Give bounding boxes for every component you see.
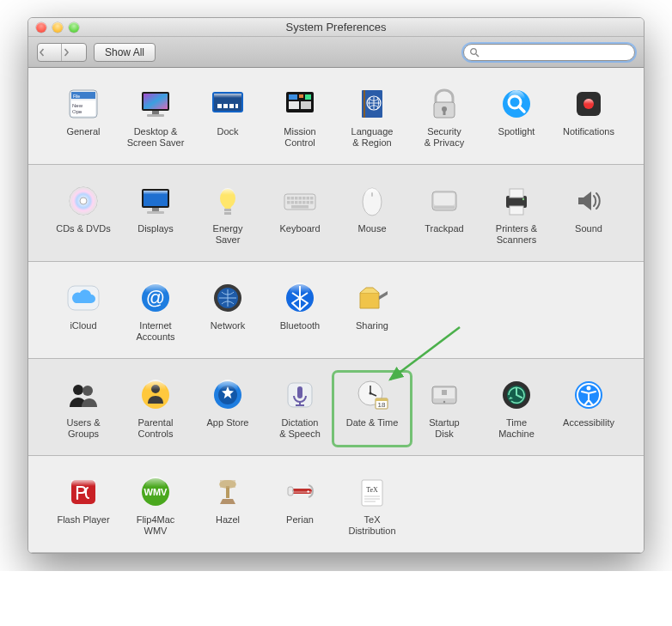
search-input[interactable]	[463, 44, 635, 61]
pref-language-region[interactable]: Language & Region	[336, 83, 408, 152]
svg-rect-74	[510, 206, 523, 215]
pref-label: Accessibility	[553, 417, 625, 428]
pref-internet-accounts[interactable]: @Internet Accounts	[119, 277, 192, 346]
svg-rect-26	[363, 90, 365, 118]
pref-icloud[interactable]: iCloud	[47, 277, 119, 346]
pref-notifications[interactable]: Notifications	[553, 83, 625, 152]
section-row: Flash PlayerWMVFlip4Mac WMVHazel✚PerianT…	[28, 456, 644, 553]
pref-label: Notifications	[553, 126, 625, 137]
pref-parental-controls[interactable]: Parental Controls	[119, 374, 192, 443]
svg-rect-70	[434, 193, 455, 205]
svg-rect-49	[224, 212, 231, 215]
pref-tex-distribution[interactable]: TeXTeX Distribution	[336, 471, 408, 540]
pref-app-store[interactable]: App Store	[192, 374, 264, 443]
pref-trackpad[interactable]: Trackpad	[408, 180, 480, 249]
pref-label: Flash Player	[47, 514, 119, 526]
pref-flash-player[interactable]: Flash Player	[47, 471, 119, 540]
perian-icon: ✚	[281, 473, 319, 511]
svg-rect-21	[299, 94, 303, 98]
pref-label: TeX Distribution	[336, 514, 408, 537]
pref-bluetooth[interactable]: Bluetooth	[264, 277, 336, 346]
users-icon	[64, 376, 102, 414]
svg-rect-68	[371, 192, 373, 197]
pref-cds-dvds[interactable]: CDs & DVDs	[47, 180, 119, 249]
pref-general[interactable]: FileNewOpeGeneral	[47, 83, 119, 152]
pref-grid: iCloud@Internet AccountsNetworkBluetooth…	[47, 277, 625, 346]
svg-point-88	[145, 380, 166, 400]
pref-date-time[interactable]: 18Date & Time	[336, 374, 408, 443]
svg-rect-118	[226, 486, 229, 498]
pref-dictation-speech[interactable]: Dictation & Speech	[264, 374, 336, 443]
show-all-button[interactable]: Show All	[94, 43, 156, 62]
pref-flip4mac[interactable]: WMVFlip4Mac WMV	[119, 471, 192, 540]
pref-sound[interactable]: Sound	[553, 180, 625, 249]
pref-energy-saver[interactable]: Energy Saver	[192, 180, 264, 249]
pref-startup-disk[interactable]: Startup Disk	[408, 374, 480, 443]
pref-label: Network	[192, 320, 264, 331]
pref-label: App Store	[192, 417, 264, 428]
forward-button[interactable]	[62, 44, 86, 61]
pref-keyboard[interactable]: Keyboard	[264, 180, 336, 249]
minimize-button[interactable]	[52, 22, 63, 33]
back-button[interactable]	[38, 44, 62, 61]
svg-rect-30	[443, 110, 446, 115]
pref-label: Displays	[119, 223, 192, 234]
pref-perian[interactable]: ✚Perian	[264, 471, 336, 540]
section-row: Users & GroupsParental ControlsApp Store…	[28, 359, 644, 456]
pref-label: Internet Accounts	[119, 320, 192, 343]
close-button[interactable]	[36, 22, 46, 33]
svg-point-75	[522, 198, 524, 200]
pref-users-groups[interactable]: Users & Groups	[47, 374, 119, 443]
svg-rect-65	[291, 205, 309, 209]
section-row: FileNewOpeGeneralDesktop & Screen SaverD…	[28, 68, 644, 165]
chevron-left-icon	[38, 48, 46, 57]
icloud-icon	[64, 279, 102, 317]
pref-dock[interactable]: Dock	[192, 83, 264, 152]
pref-grid: Flash PlayerWMVFlip4Mac WMVHazel✚PerianT…	[47, 471, 625, 540]
spotlight-icon	[498, 85, 535, 123]
pref-displays[interactable]: Displays	[119, 180, 192, 249]
svg-rect-16	[229, 104, 234, 108]
pref-security-privacy[interactable]: Security & Privacy	[408, 83, 480, 152]
appstore-icon	[209, 376, 247, 414]
timemachine-icon	[498, 376, 535, 414]
pref-label: Flip4Mac WMV	[119, 514, 192, 537]
pref-time-machine[interactable]: Time Machine	[480, 374, 553, 443]
pref-grid: FileNewOpeGeneralDesktop & Screen SaverD…	[47, 83, 625, 152]
desktop-icon	[137, 85, 174, 123]
window-title: System Preferences	[28, 21, 644, 33]
zoom-button[interactable]	[69, 22, 79, 33]
pref-network[interactable]: Network	[192, 277, 264, 346]
pref-mouse[interactable]: Mouse	[336, 180, 408, 249]
svg-rect-63	[307, 201, 310, 204]
startup-icon	[425, 376, 463, 414]
pref-printers[interactable]: Printers & Scanners	[480, 180, 553, 249]
pref-accessibility[interactable]: Accessibility	[553, 374, 625, 443]
pref-hazel[interactable]: Hazel	[192, 471, 264, 540]
pref-label: Mouse	[336, 223, 408, 234]
svg-rect-9	[144, 94, 168, 109]
network-icon	[209, 279, 247, 317]
pref-sharing[interactable]: Sharing	[336, 277, 408, 346]
pref-mission-control[interactable]: Mission Control	[264, 83, 336, 152]
svg-rect-57	[310, 197, 314, 200]
svg-point-85	[82, 386, 93, 396]
parental-icon	[137, 376, 174, 414]
toolbar: Show All	[28, 37, 644, 68]
svg-text:Ope: Ope	[72, 109, 82, 114]
svg-rect-45	[147, 211, 164, 214]
svg-rect-106	[442, 390, 447, 395]
notifications-icon	[570, 85, 608, 123]
datetime-icon: 18	[353, 376, 391, 414]
svg-rect-23	[289, 101, 299, 109]
pref-label: Printers & Scanners	[480, 223, 553, 246]
svg-text:New: New	[72, 103, 83, 108]
svg-rect-61	[299, 201, 302, 204]
svg-point-47	[221, 188, 235, 202]
svg-rect-113	[71, 480, 95, 492]
pref-desktop[interactable]: Desktop & Screen Saver	[119, 83, 192, 152]
svg-point-34	[508, 90, 525, 107]
sound-icon	[570, 182, 608, 220]
mouse-icon	[353, 182, 391, 220]
pref-spotlight[interactable]: Spotlight	[480, 83, 553, 152]
